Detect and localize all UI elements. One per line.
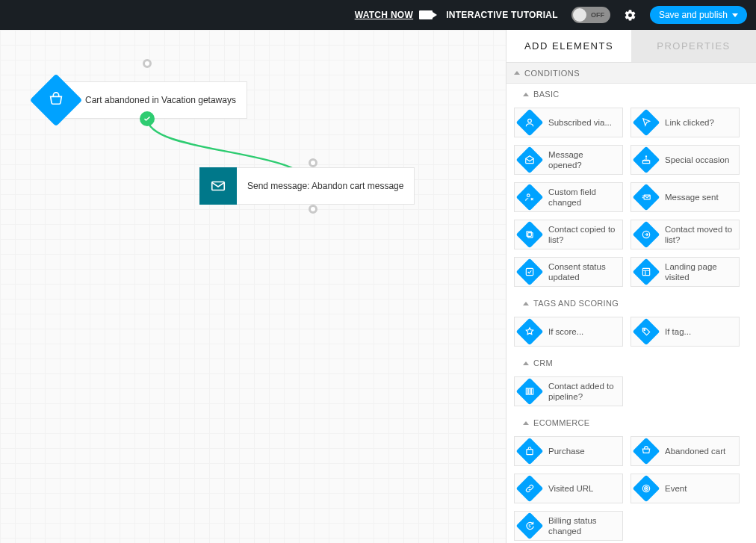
svg-rect-6	[527, 232, 531, 236]
watch-now-label: WATCH NOW	[355, 10, 413, 20]
svg-rect-9	[642, 268, 649, 275]
bag-icon	[516, 438, 544, 465]
save-publish-button[interactable]: Save and publish	[650, 6, 747, 24]
element-label: Message opened?	[548, 149, 622, 171]
svg-rect-8	[526, 268, 533, 275]
collapse-icon	[523, 421, 529, 425]
send-icon	[633, 184, 660, 211]
element-label: Message sent	[665, 192, 723, 202]
element-landing-page[interactable]: Landing page visited	[630, 257, 740, 287]
svg-text:$: $	[529, 524, 531, 528]
node-port-bottom[interactable]	[309, 205, 317, 214]
check-icon	[516, 258, 544, 286]
element-if-score[interactable]: If score...	[514, 317, 623, 347]
tab-properties[interactable]: PROPERTIES	[631, 30, 756, 62]
action-node[interactable]: Send message: Abandon cart message	[199, 167, 415, 205]
subsection-ecommerce[interactable]: ECOMMERCE	[506, 412, 756, 433]
element-message-sent[interactable]: Message sent	[630, 182, 740, 212]
element-label: Consent status updated	[548, 261, 622, 283]
svg-point-10	[644, 329, 645, 331]
check-icon	[140, 111, 155, 126]
element-label: Event	[665, 483, 691, 494]
svg-point-2	[645, 156, 646, 157]
element-label: Landing page visited	[665, 261, 739, 283]
node-port-top[interactable]	[309, 158, 317, 167]
svg-rect-14	[527, 450, 533, 455]
copy-icon	[516, 221, 544, 249]
cake-icon	[633, 146, 660, 174]
svg-rect-12	[529, 388, 530, 394]
element-label: Visited URL	[548, 483, 598, 494]
tab-add-elements[interactable]: ADD ELEMENTS	[506, 30, 631, 62]
envelope-icon	[199, 167, 237, 205]
element-abandoned-cart[interactable]: Abandoned cart	[630, 436, 740, 466]
subsection-crm[interactable]: CRM	[506, 353, 756, 373]
watch-now-link[interactable]: WATCH NOW	[355, 10, 433, 20]
subsection-basic[interactable]: BASIC	[506, 84, 756, 105]
element-purchase[interactable]: Purchase	[514, 436, 623, 466]
svg-point-1	[528, 119, 532, 122]
element-label: Subscribed via...	[548, 117, 616, 128]
tutorial-label: INTERACTIVE TUTORIAL	[446, 10, 558, 20]
arrow-circle-icon	[633, 221, 660, 249]
section-label: CRM	[533, 359, 553, 367]
element-label: Custom field changed	[548, 187, 622, 208]
element-label: Link clicked?	[665, 117, 719, 128]
element-subscribed[interactable]: Subscribed via...	[514, 108, 623, 137]
trigger-node[interactable]: Cart abandoned in Vacation getaways	[37, 81, 247, 119]
element-label: Special occasion	[665, 155, 734, 165]
element-label: Billing status changed	[548, 515, 622, 537]
section-label: BASIC	[533, 90, 560, 99]
section-label: TAGS AND SCORING	[533, 299, 619, 308]
element-visited-url[interactable]: Visited URL	[514, 474, 623, 503]
star-icon	[516, 318, 544, 346]
element-label: Purchase	[548, 446, 589, 456]
element-pipeline[interactable]: Contact added to pipeline?	[514, 376, 623, 406]
element-link-clicked[interactable]: Link clicked?	[630, 108, 740, 137]
columns-icon	[516, 378, 544, 406]
trigger-node-label: Cart abandoned in Vacation getaways	[64, 81, 247, 119]
refresh-dollar-icon: $	[516, 512, 544, 540]
cart-icon	[633, 438, 660, 465]
element-if-tag[interactable]: If tag...	[630, 317, 740, 347]
top-bar: WATCH NOW INTERACTIVE TUTORIAL OFF Save …	[0, 0, 756, 30]
collapse-icon	[523, 93, 529, 96]
tag-icon	[633, 318, 660, 346]
element-label: If tag...	[665, 326, 695, 337]
cursor-icon	[633, 109, 660, 137]
collapse-icon	[523, 302, 529, 305]
chevron-down-icon	[732, 13, 738, 17]
sidebar-panel: ADD ELEMENTS PROPERTIES CONDITIONS BASIC…	[506, 30, 756, 543]
action-node-label: Send message: Abandon cart message	[237, 167, 415, 205]
tab-label: PROPERTIES	[657, 40, 731, 52]
node-port-top[interactable]	[143, 59, 152, 68]
element-consent[interactable]: Consent status updated	[514, 257, 623, 287]
section-label: ECOMMERCE	[533, 418, 589, 427]
target-icon	[633, 475, 660, 503]
element-label: Abandoned cart	[665, 446, 730, 456]
tab-label: ADD ELEMENTS	[524, 40, 613, 52]
section-conditions[interactable]: CONDITIONS	[506, 63, 756, 84]
element-billing[interactable]: $Billing status changed	[514, 511, 623, 541]
link-icon	[516, 475, 544, 503]
workflow-canvas[interactable]: Cart abandoned in Vacation getaways Send…	[0, 30, 506, 543]
collapse-icon	[523, 362, 529, 365]
element-label: Contact copied to list?	[548, 224, 622, 246]
element-label: Contact added to pipeline?	[548, 381, 622, 403]
tutorial-toggle[interactable]: OFF	[571, 7, 610, 23]
user-icon	[516, 109, 544, 137]
section-label: CONDITIONS	[524, 69, 580, 78]
video-icon	[419, 10, 433, 19]
element-message-opened[interactable]: Message opened?	[514, 145, 623, 175]
element-contact-copied[interactable]: Contact copied to list?	[514, 220, 623, 249]
element-label: If score...	[548, 326, 588, 337]
subsection-tags[interactable]: TAGS AND SCORING	[506, 293, 756, 314]
envelope-open-icon	[516, 146, 544, 174]
element-special-occasion[interactable]: Special occasion	[630, 145, 740, 175]
svg-rect-11	[526, 388, 527, 394]
settings-icon[interactable]	[624, 9, 636, 22]
element-contact-moved[interactable]: Contact moved to list?	[630, 220, 740, 249]
element-label: Contact moved to list?	[665, 224, 739, 246]
element-event[interactable]: Event	[630, 474, 740, 503]
element-custom-field[interactable]: Custom field changed	[514, 182, 623, 212]
